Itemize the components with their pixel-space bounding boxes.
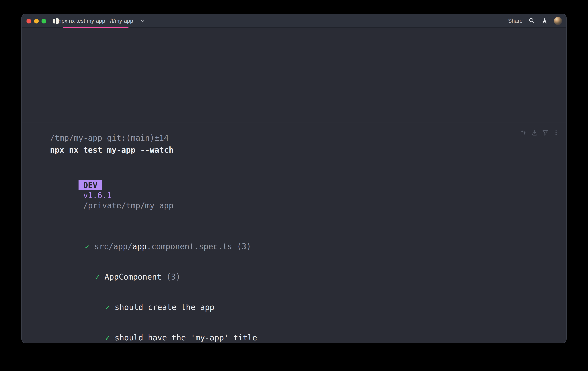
chevron-down-icon — [140, 19, 145, 24]
titlebar: npx nx test my-app - /t/my-app Share — [22, 14, 566, 28]
suite-name: AppComponent — [105, 272, 161, 281]
test-suite-row: ✓ AppComponent (3) — [50, 262, 555, 292]
share-button[interactable]: Share — [508, 18, 523, 24]
vitest-version: v1.6.1 — [83, 191, 112, 200]
check-icon: ✓ — [105, 303, 115, 312]
check-icon: ✓ — [105, 333, 115, 342]
tab-title: npx nx test my-app - /t/my-app — [58, 18, 133, 24]
search-button[interactable] — [528, 17, 536, 24]
filter-icon — [542, 129, 549, 136]
sparkles-icon — [521, 129, 527, 136]
command-line: npx nx test my-app --watch — [50, 145, 555, 155]
test-case-row: ✓ should create the app — [50, 292, 555, 323]
check-icon: ✓ — [95, 272, 105, 281]
test-case-row: ✓ should have the 'my-app' title — [50, 323, 555, 343]
traffic-lights — [26, 19, 46, 23]
warp-logo-icon — [541, 17, 548, 24]
ai-sparkles-button[interactable] — [521, 128, 527, 135]
dev-badge: DEV — [79, 180, 102, 190]
block-action-icons — [521, 128, 559, 135]
active-tab-underline — [63, 27, 128, 28]
plus-icon — [129, 17, 137, 25]
block-menu-button[interactable] — [553, 128, 559, 135]
pages-icon-front — [55, 18, 59, 24]
test-case-name: should have the 'my-app' title — [115, 333, 257, 342]
new-tab-button[interactable] — [129, 17, 137, 25]
maximize-button[interactable] — [42, 19, 46, 23]
kebab-menu-icon — [553, 129, 559, 136]
vitest-dev-line: DEV v1.6.1 /private/tmp/my-app — [50, 170, 555, 221]
terminal-window: npx nx test my-app - /t/my-app Share — [21, 14, 567, 343]
terminal-scrollback-pane — [22, 28, 566, 122]
download-icon — [531, 129, 538, 136]
download-output-button[interactable] — [531, 128, 538, 135]
search-icon — [528, 17, 536, 24]
suite-test-count: (3) — [162, 272, 180, 281]
tab-list-chevron-button[interactable] — [140, 19, 145, 24]
file-ext: .component.spec.ts — [147, 242, 232, 251]
command-block: /tmp/my-app git:(main)±14 npx nx test my… — [22, 122, 566, 343]
project-path: /private/tmp/my-app — [83, 201, 173, 210]
close-button[interactable] — [26, 19, 31, 23]
file-dir: src/app/ — [94, 242, 132, 251]
file-test-count: (3) — [232, 242, 251, 251]
test-case-name: should create the app — [115, 303, 214, 312]
filter-output-button[interactable] — [542, 128, 549, 135]
check-icon: ✓ — [85, 242, 94, 251]
prompt-line: /tmp/my-app git:(main)±14 — [50, 133, 555, 143]
file-name: app — [132, 242, 147, 251]
titlebar-right: Share — [508, 14, 562, 27]
avatar[interactable] — [554, 17, 562, 25]
minimize-button[interactable] — [34, 19, 39, 23]
test-file-row: ✓ src/app/app.component.spec.ts (3) — [50, 231, 555, 262]
active-tab[interactable]: npx nx test my-app - /t/my-app — [63, 14, 128, 27]
